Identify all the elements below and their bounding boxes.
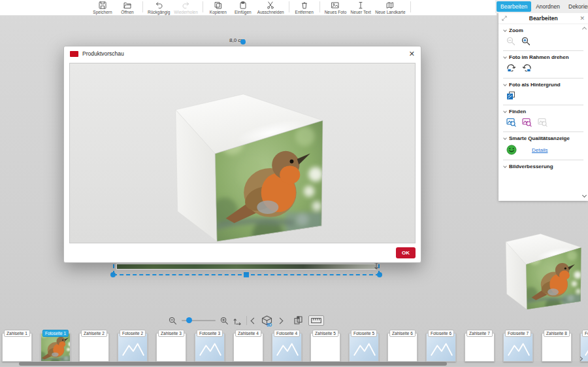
page-label: Fotoseite 5: [351, 330, 377, 337]
section-background-header[interactable]: Foto als Hintergrund: [498, 79, 588, 88]
section-enhance-header[interactable]: Bildverbesserung: [498, 160, 588, 170]
page-thumbnail[interactable]: Zahlseite 6: [387, 333, 417, 362]
copy-label: Kopieren: [210, 10, 227, 14]
cut-button[interactable]: Ausschneiden: [255, 0, 286, 14]
save-button[interactable]: Speichern: [90, 0, 115, 14]
tab-dekorieren[interactable]: Dekorieren: [564, 1, 588, 12]
page-thumbnail[interactable]: Zahlseite 3: [156, 333, 186, 362]
page-thumbnail[interactable]: Zahlseite 5: [310, 333, 340, 362]
dialog-titlebar[interactable]: Produktvorschau ✕: [64, 46, 421, 61]
rotate-right-icon[interactable]: [522, 63, 532, 73]
photo-placeholder-icon: [275, 339, 300, 358]
section-find-header[interactable]: Finden: [498, 105, 588, 115]
photo-as-background-icon[interactable]: [506, 91, 515, 100]
section-rotate-header[interactable]: Foto im Rahmen drehen: [498, 51, 588, 61]
section-enhance-label: Bildverbesserung: [509, 164, 553, 169]
page-thumbnail[interactable]: Fotoseite 5: [349, 333, 379, 362]
preview-3d-viewport[interactable]: [69, 63, 416, 243]
page-thumbnail[interactable]: Fotoseite 6: [426, 333, 456, 362]
page-spread-icon[interactable]: [294, 316, 304, 325]
page-label: Zahlseite 7: [466, 330, 493, 337]
previous-page-icon[interactable]: [251, 317, 257, 324]
undo-button[interactable]: Rückgängig: [146, 0, 172, 14]
filmstrip-scrollbar-thumb[interactable]: [19, 362, 447, 366]
zoom-in-icon[interactable]: [220, 317, 229, 325]
new-map-label: Neue Landkarte: [375, 10, 405, 14]
close-panel-icon[interactable]: ✕: [580, 16, 585, 22]
open-folder-icon: [123, 1, 131, 9]
next-page-icon[interactable]: [277, 317, 284, 324]
product-preview-dialog: Produktvorschau ✕ OK: [63, 46, 421, 263]
undo-label: Rückgängig: [148, 10, 170, 14]
new-photo-button[interactable]: Neues Foto: [323, 0, 349, 14]
ruler-toggle[interactable]: [308, 315, 324, 326]
open-button[interactable]: Öffnen: [115, 0, 140, 14]
page-label: Zahlseite 4: [235, 330, 261, 337]
page-label: Fotoseite 7: [505, 330, 531, 337]
find-photo-disabled-icon: [538, 118, 547, 127]
paste-button[interactable]: Einfügen: [231, 0, 255, 14]
product-box-3d-render: [168, 92, 328, 243]
dialog-close-icon[interactable]: ✕: [409, 50, 415, 58]
section-quality-label: Smarte Qualitätsanzeige: [509, 135, 570, 141]
ruler-icon: [311, 317, 321, 324]
photo-placeholder-icon: [506, 339, 531, 358]
selection-mid-handle[interactable]: [244, 272, 249, 277]
find-photo-magenta-icon[interactable]: [522, 118, 532, 127]
section-rotate-label: Foto im Rahmen drehen: [509, 54, 569, 60]
page-thumbnail[interactable]: Zahlseite 7: [465, 333, 495, 362]
page-thumbnail[interactable]: Fotoseite 3: [195, 333, 225, 362]
copy-icon: [214, 1, 222, 9]
selection-corner-handle-right[interactable]: [377, 272, 382, 277]
new-map-button[interactable]: Neue Landkarte: [373, 0, 407, 14]
controls-separator: [246, 316, 247, 325]
page-label: Zahlseite 2: [81, 330, 107, 337]
panel-scroll-down-icon[interactable]: [582, 193, 587, 198]
new-map-icon: [386, 1, 394, 9]
photo-placeholder-icon: [121, 339, 146, 358]
new-text-icon: [357, 1, 365, 9]
selection-corner-handle-left[interactable]: [110, 272, 116, 277]
redo-button[interactable]: Wiederholen: [172, 0, 200, 14]
chevron-down-icon: [503, 164, 507, 168]
delete-label: Entfernen: [295, 10, 314, 14]
page-thumbnail[interactable]: Fotoseite 7: [503, 333, 533, 362]
tab-anordnen[interactable]: Anordnen: [532, 1, 564, 12]
page-thumbnail[interactable]: Zahlseite 1: [2, 333, 32, 362]
page-label: Fotoseite 6: [428, 330, 454, 337]
section-zoom-header[interactable]: Zoom: [498, 24, 588, 34]
toolbar-separator: [319, 1, 320, 12]
zoom-slider[interactable]: [182, 320, 216, 321]
zoom-fit-icon[interactable]: [233, 317, 242, 325]
detach-panel-icon[interactable]: [502, 16, 507, 21]
page-thumbnail[interactable]: Zahlseite 4: [233, 333, 263, 362]
zoom-slider-thumb[interactable]: [186, 317, 192, 323]
preview-3d-cube-icon[interactable]: 3D: [261, 315, 273, 326]
tab-bearbeiten[interactable]: Bearbeiten: [497, 1, 531, 12]
zoom-in-icon[interactable]: [521, 37, 531, 46]
new-text-button[interactable]: Neuer Text: [348, 0, 373, 14]
zoom-out-icon[interactable]: [506, 37, 515, 46]
page-thumbnail[interactable]: Fotoseite 2: [118, 333, 148, 362]
new-photo-icon: [331, 1, 339, 9]
copy-button[interactable]: Kopieren: [206, 0, 231, 14]
selection-top-handle[interactable]: [240, 39, 246, 44]
edit-panel: Bearbeiten ✕ Zoom Foto im Rahmen drehen …: [498, 13, 588, 201]
cewe-logo-icon: [70, 51, 78, 57]
panel-title: Bearbeiten: [507, 15, 580, 22]
delete-button[interactable]: Entfernen: [292, 0, 317, 14]
zoom-out-icon[interactable]: [169, 317, 177, 325]
page-label: Fotoseite 2: [120, 330, 146, 337]
dialog-title: Produktvorschau: [82, 50, 405, 57]
redo-label: Wiederholen: [174, 10, 198, 14]
find-photo-blue-icon[interactable]: [506, 118, 516, 127]
page-thumbnail[interactable]: Fotoseite 4: [272, 333, 302, 362]
ok-button[interactable]: OK: [396, 247, 416, 258]
page-thumbnail[interactable]: Zahlseite 2: [79, 333, 109, 362]
rotate-left-icon[interactable]: [506, 63, 516, 73]
page-thumbnail[interactable]: Zahlseite 8: [542, 333, 572, 362]
edit-panel-header: Bearbeiten ✕: [498, 13, 588, 24]
section-quality-header[interactable]: Smarte Qualitätsanzeige: [498, 132, 588, 142]
quality-details-link[interactable]: Details: [532, 147, 547, 153]
page-thumbnail-selected[interactable]: Fotoseite 1: [41, 333, 71, 362]
